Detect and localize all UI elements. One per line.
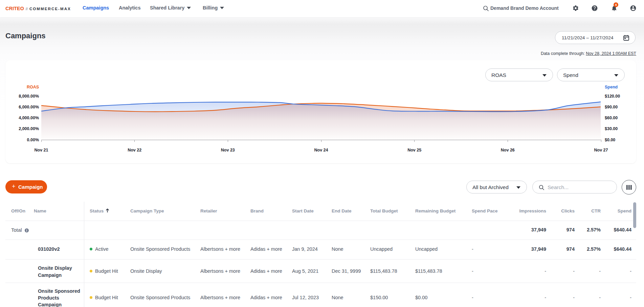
svg-text:Nov 26: Nov 26 bbox=[501, 148, 515, 152]
svg-text:Nov 21: Nov 21 bbox=[35, 148, 48, 152]
svg-text:Nov 22: Nov 22 bbox=[128, 148, 141, 152]
svg-text:ROAS: ROAS bbox=[27, 85, 39, 89]
svg-text:$30.00: $30.00 bbox=[605, 126, 618, 131]
svg-text:$90.00: $90.00 bbox=[605, 105, 618, 109]
svg-text:$60.00: $60.00 bbox=[605, 116, 618, 120]
svg-text:$120.00: $120.00 bbox=[605, 94, 620, 99]
svg-text:Spend: Spend bbox=[605, 85, 618, 89]
svg-text:Nov 23: Nov 23 bbox=[221, 148, 235, 152]
svg-text:0.00%: 0.00% bbox=[27, 138, 39, 142]
svg-text:8,000.00%: 8,000.00% bbox=[19, 94, 39, 99]
svg-text:$0.00: $0.00 bbox=[605, 138, 615, 142]
svg-text:2,000.00%: 2,000.00% bbox=[19, 126, 39, 131]
svg-text:Nov 27: Nov 27 bbox=[594, 148, 608, 152]
svg-text:Nov 25: Nov 25 bbox=[407, 148, 421, 152]
svg-text:Nov 24: Nov 24 bbox=[314, 148, 328, 152]
svg-text:4,000.00%: 4,000.00% bbox=[19, 116, 39, 120]
svg-text:6,000.00%: 6,000.00% bbox=[19, 105, 39, 109]
